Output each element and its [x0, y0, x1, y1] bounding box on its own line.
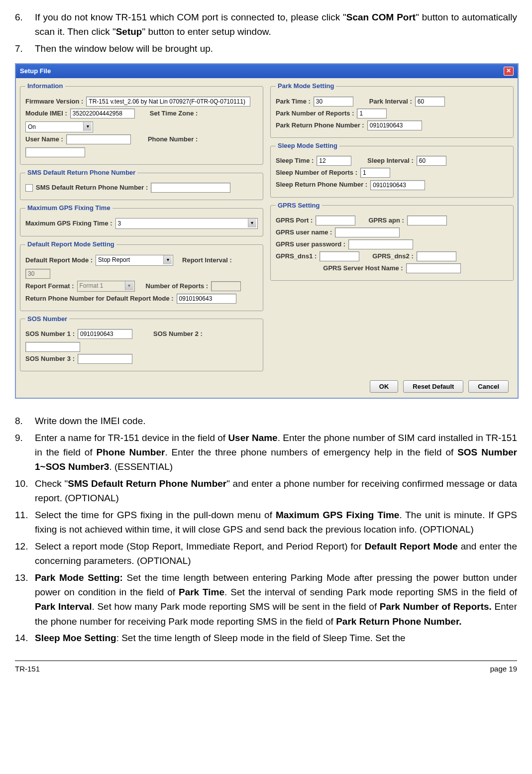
- cancel-button[interactable]: Cancel: [468, 380, 509, 393]
- sleep-time-input[interactable]: 12: [317, 156, 351, 166]
- step-text: Enter a name for TR-151 device in the fi…: [35, 431, 517, 474]
- timezone-select[interactable]: On: [25, 121, 93, 132]
- legend: Default Report Mode Setting: [25, 239, 116, 249]
- sleep-return-input[interactable]: 0910190643: [370, 180, 425, 190]
- step-text: Sleep Moe Setting: Set the time length o…: [35, 631, 517, 645]
- park-interval-label: Park Interval :: [369, 97, 412, 107]
- step-num: 10.: [15, 476, 35, 506]
- sms-checkbox[interactable]: [25, 184, 33, 192]
- park-time-input[interactable]: 30: [314, 97, 353, 107]
- report-group: Default Report Mode Setting Default Repo…: [20, 239, 263, 311]
- step-num: 8.: [15, 414, 35, 428]
- sos2-input[interactable]: [25, 342, 80, 352]
- report-num-input[interactable]: [211, 281, 241, 291]
- sms-input[interactable]: [151, 183, 230, 193]
- imei-input[interactable]: 352022004442958: [70, 109, 135, 118]
- sms-label: SMS Default Return Phone Number :: [36, 183, 148, 193]
- step-text: Select a report mode (Stop Report, Immed…: [35, 539, 517, 568]
- gprs-user-input[interactable]: [335, 227, 400, 237]
- step-text: Park Mode Setting: Set the time length b…: [35, 570, 517, 629]
- gprs-apn-input[interactable]: [407, 216, 447, 225]
- phone-label: Phone Number :: [148, 134, 198, 144]
- firmware-input[interactable]: TR-151 v.test_2.06 by Nat Lin 070927(F-0…: [86, 97, 250, 107]
- ok-button[interactable]: OK: [370, 380, 399, 393]
- sleep-time-label: Sleep Time :: [276, 156, 314, 166]
- step-text: Write down the IMEI code.: [35, 414, 517, 428]
- window-title: Setup File: [20, 66, 51, 76]
- gprs-dns2-label: GPRS_dns2 :: [372, 251, 413, 261]
- titlebar: Setup File ✕: [16, 64, 518, 78]
- step-num: 6.: [15, 10, 35, 39]
- park-interval-input[interactable]: 60: [415, 97, 445, 107]
- park-num-label: Park Number of Reports :: [276, 109, 354, 118]
- park-num-input[interactable]: 1: [357, 109, 387, 118]
- sleep-interval-input[interactable]: 60: [417, 156, 446, 166]
- legend: GPRS Setting: [276, 201, 322, 211]
- gprs-dns1-label: GPRS_dns1 :: [276, 251, 317, 261]
- gprs-dns2-input[interactable]: [417, 251, 456, 261]
- sms-group: SMS Default Return Phone Number SMS Defa…: [20, 168, 263, 200]
- sleep-interval-label: Sleep Interval :: [367, 156, 413, 166]
- report-num-label: Number of Reports :: [146, 281, 209, 291]
- sleep-group: Sleep Mode Setting Sleep Time : 12 Sleep…: [270, 141, 514, 198]
- park-return-label: Park Return Phone Number :: [276, 120, 364, 130]
- firmware-label: Firmware Version :: [25, 97, 83, 107]
- legend: Park Mode Setting: [276, 81, 336, 91]
- setup-dialog: Setup File ✕ Information Firmware Versio…: [15, 63, 519, 399]
- gprs-pw-label: GPRS user password :: [276, 239, 345, 249]
- footer-left: TR-151: [15, 663, 40, 674]
- legend: Information: [25, 81, 65, 91]
- sos1-label: SOS Number 1 :: [25, 329, 75, 339]
- report-return-input[interactable]: 0910190643: [177, 294, 236, 304]
- gprs-port-input[interactable]: [316, 216, 355, 225]
- park-time-label: Park Time :: [276, 97, 311, 107]
- step-text: Then the window below will be brought up…: [35, 41, 517, 56]
- username-label: User Name :: [25, 134, 63, 144]
- report-mode-label: Default Report Mode :: [25, 255, 93, 265]
- sos3-input[interactable]: [78, 354, 132, 364]
- gprs-dns1-input[interactable]: [319, 251, 359, 261]
- legend: SOS Number: [25, 314, 69, 324]
- report-interval-label: Report Interval :: [182, 255, 232, 265]
- step-text: If you do not know TR-151 which COM port…: [35, 10, 517, 39]
- sos1-input[interactable]: 0910190643: [78, 329, 132, 339]
- report-mode-select[interactable]: Stop Report: [96, 255, 173, 266]
- legend: Maximum GPS Fixing Time: [25, 203, 112, 213]
- legend: Sleep Mode Setting: [276, 141, 339, 151]
- report-return-label: Return Phone Number for Default Report M…: [25, 294, 174, 304]
- step-text: Check "SMS Default Return Phone Number" …: [35, 476, 517, 506]
- gprs-user-label: GPRS user name :: [276, 227, 332, 237]
- gprs-pw-input[interactable]: [348, 239, 413, 249]
- information-group: Information Firmware Version : TR-151 v.…: [20, 81, 263, 165]
- legend: SMS Default Return Phone Number: [25, 168, 137, 178]
- username-input[interactable]: [66, 134, 131, 144]
- gps-select[interactable]: 3: [115, 218, 258, 229]
- step-num: 12.: [15, 539, 35, 568]
- reset-button[interactable]: Reset Default: [403, 380, 463, 393]
- step-num: 11.: [15, 508, 35, 537]
- page-footer: TR-151 page 19: [15, 661, 517, 674]
- timezone-label: Set Time Zone :: [150, 109, 198, 118]
- gprs-group: GPRS Setting GPRS Port : GPRS apn : GPRS…: [270, 201, 514, 281]
- park-return-input[interactable]: 0910190643: [367, 120, 422, 130]
- report-format-label: Report Format :: [25, 281, 74, 291]
- sleep-return-label: Sleep Return Phone Number :: [276, 180, 367, 190]
- report-interval-input[interactable]: 30: [25, 269, 50, 279]
- gprs-port-label: GPRS Port :: [276, 216, 313, 225]
- phone-input[interactable]: [25, 147, 85, 157]
- gps-group: Maximum GPS Fixing Time Maximum GPS Fixi…: [20, 203, 263, 236]
- gprs-host-input[interactable]: [406, 263, 461, 273]
- step-num: 9.: [15, 431, 35, 474]
- footer-right: page 19: [490, 663, 517, 674]
- report-format-select[interactable]: Format 1: [77, 281, 135, 292]
- gps-label: Maximum GPS Fixing Time :: [25, 219, 112, 228]
- step-num: 7.: [15, 41, 35, 56]
- sos3-label: SOS Number 3 :: [25, 354, 75, 364]
- imei-label: Module IMEI :: [25, 109, 67, 118]
- step-text: Select the time for GPS fixing in the pu…: [35, 508, 517, 537]
- sleep-num-input[interactable]: 1: [360, 168, 390, 178]
- step-num: 14.: [15, 631, 35, 645]
- step-num: 13.: [15, 570, 35, 629]
- gprs-host-label: GPRS Server Host Name :: [323, 263, 403, 273]
- close-icon[interactable]: ✕: [504, 67, 514, 76]
